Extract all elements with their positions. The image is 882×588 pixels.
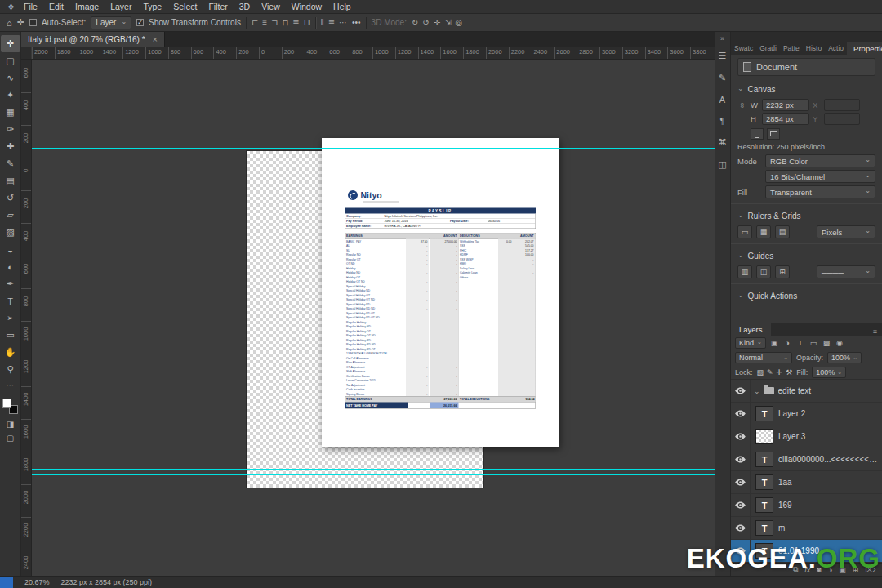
filter-adjustment-layers-icon[interactable]: ◑	[782, 339, 792, 347]
ruler-units-dropdown[interactable]: Pixels	[817, 225, 875, 238]
layer-thumbnail[interactable]	[755, 429, 773, 444]
canvas-x-field[interactable]	[824, 99, 860, 111]
tool-button[interactable]: ◐	[1, 258, 20, 275]
layer-visibility-toggle[interactable]	[731, 425, 751, 448]
guide-horizontal[interactable]	[32, 469, 715, 470]
tool-button[interactable]: ▨	[1, 224, 20, 241]
layer-visibility-toggle[interactable]	[731, 380, 751, 402]
tool-button[interactable]: ▭	[1, 327, 20, 344]
new-guide-layout-icon[interactable]: ▥	[737, 265, 752, 278]
canvas-height-field[interactable]: 2854 px	[762, 113, 809, 125]
menu-item[interactable]: View	[256, 2, 286, 11]
distribute-horizontal-icon[interactable]: ‖	[321, 18, 324, 27]
filter-kind-dropdown[interactable]: Kind	[735, 337, 766, 349]
bit-depth-dropdown[interactable]: 16 Bits/Channel	[765, 170, 875, 183]
filter-shape-layers-icon[interactable]: ▭	[808, 339, 818, 347]
edit-toolbar-icon[interactable]: ⋯	[7, 381, 15, 390]
ruler-origin-corner[interactable]	[21, 47, 32, 59]
color-swatches[interactable]	[2, 399, 18, 414]
layer-name[interactable]: Layer 2	[778, 409, 808, 418]
tool-button[interactable]: ✚	[1, 138, 20, 155]
layer-thumbnail[interactable]	[755, 452, 773, 467]
group-expand-chevron[interactable]: ⌄	[754, 387, 760, 395]
canvas-pasteboard[interactable]: Nityo PAYSLIP Company: Nityo Infotech Se…	[32, 60, 715, 576]
quick-actions-section-header[interactable]: Quick Actions	[737, 287, 875, 304]
more-options-icon[interactable]: •••	[352, 18, 361, 27]
canvas-y-field[interactable]	[824, 113, 860, 125]
menu-item[interactable]: Edit	[43, 2, 69, 11]
tool-button[interactable]: ∿	[1, 69, 20, 87]
layer-row[interactable]: ⌄ Layer 2	[731, 403, 882, 425]
menu-item[interactable]: File	[18, 2, 43, 11]
3d-slide-icon[interactable]: ⇲	[444, 18, 451, 27]
align-center-icon[interactable]: ≡	[262, 18, 267, 27]
panel-menu-icon[interactable]: ≡	[873, 327, 877, 336]
layer-visibility-toggle[interactable]	[731, 403, 751, 425]
show-transform-checkbox[interactable]: ✓	[136, 19, 144, 26]
tool-button[interactable]: ↺	[1, 189, 20, 207]
panel-tab[interactable]: Gradi	[756, 42, 780, 55]
auto-select-target-dropdown[interactable]: Layer	[91, 16, 131, 29]
tool-button[interactable]: T	[1, 292, 20, 310]
opacity-field[interactable]: 100%	[827, 352, 862, 363]
panel-icon[interactable]: ¶	[720, 116, 725, 126]
3d-scale-icon[interactable]: ◎	[456, 18, 463, 27]
auto-select-checkbox[interactable]	[29, 19, 37, 26]
tool-button[interactable]: ✑	[1, 121, 20, 138]
panel-icon[interactable]: ⌘	[718, 137, 727, 148]
link-dimensions-icon[interactable]: ∞	[738, 100, 746, 110]
layer-row[interactable]: ⌄ 1aa	[731, 471, 882, 494]
tool-button[interactable]: ✎	[1, 155, 20, 172]
panel-tab[interactable]: Histo	[803, 42, 825, 55]
layer-row[interactable]: ⌄ edite text	[731, 380, 882, 403]
panel-icon[interactable]: ☰	[719, 51, 727, 61]
filter-type-layers-icon[interactable]: T	[795, 339, 805, 347]
menu-item[interactable]: Image	[69, 2, 105, 11]
lock-position-icon[interactable]: ✛	[777, 368, 783, 376]
lock-all-icon[interactable]: ⚒	[786, 368, 792, 376]
filter-pixel-layers-icon[interactable]: ▣	[769, 339, 779, 347]
tool-button[interactable]: ◒	[1, 241, 20, 258]
tool-button[interactable]: ▢	[1, 52, 20, 69]
panel-icon[interactable]: A	[719, 95, 725, 105]
filter-toggle-icon[interactable]: ◉	[835, 339, 844, 347]
panel-tab[interactable]: Swatc	[731, 42, 756, 55]
layer-name[interactable]: 169	[778, 501, 795, 510]
guide-vertical[interactable]	[261, 60, 261, 576]
3d-rotate-icon[interactable]: ↻	[412, 18, 418, 27]
layer-name[interactable]: edite text	[778, 386, 815, 395]
color-mode-dropdown[interactable]: RGB Color	[765, 154, 875, 167]
layer-name[interactable]: m	[778, 523, 788, 532]
layer-thumbnail[interactable]	[755, 520, 773, 536]
align-left-icon[interactable]: ⊏	[252, 18, 258, 27]
canvas-width-field[interactable]: 2232 px	[762, 99, 809, 111]
lock-image-icon[interactable]: ✎	[767, 368, 773, 376]
screen-mode-icon[interactable]: ▢	[7, 434, 14, 443]
layer-name[interactable]: cilla0000000...<<<<<<<<0 d	[778, 455, 882, 464]
layer-row[interactable]: ⌄ Layer 3	[731, 425, 882, 448]
distribute-vertical-icon[interactable]: ≣	[328, 18, 335, 27]
fill-field[interactable]: 100%	[812, 367, 846, 378]
quick-mask-icon[interactable]: ◨	[7, 420, 14, 429]
3d-roll-icon[interactable]: ↺	[422, 18, 429, 27]
tool-button[interactable]: ▤	[1, 172, 20, 189]
rulers-grids-section-header[interactable]: Rulers & Grids	[737, 207, 875, 224]
tool-button[interactable]: ⚲	[1, 361, 20, 378]
menu-item[interactable]: Select	[167, 2, 203, 11]
align-top-icon[interactable]: ⊓	[283, 18, 289, 27]
orientation-landscape-button[interactable]	[767, 128, 780, 140]
payslip-document[interactable]: Nityo PAYSLIP Company: Nityo Infotech Se…	[322, 138, 559, 447]
canvas-section-header[interactable]: Canvas	[737, 81, 875, 97]
layer-thumbnail[interactable]	[755, 406, 773, 421]
layer-name[interactable]: Layer 3	[778, 432, 808, 441]
foreground-color-swatch[interactable]	[2, 399, 11, 408]
layer-visibility-toggle[interactable]	[731, 517, 751, 539]
tool-button[interactable]: ▱	[1, 207, 20, 224]
orientation-portrait-button[interactable]	[751, 128, 764, 140]
panel-icon[interactable]: ✎	[719, 73, 726, 83]
layer-visibility-toggle[interactable]	[731, 494, 751, 516]
canvas-fill-dropdown[interactable]: Transparent	[765, 185, 875, 198]
layer-row[interactable]: ⌄ 169	[731, 494, 882, 517]
layer-thumbnail[interactable]	[755, 497, 773, 513]
menu-item[interactable]: Filter	[203, 2, 233, 11]
